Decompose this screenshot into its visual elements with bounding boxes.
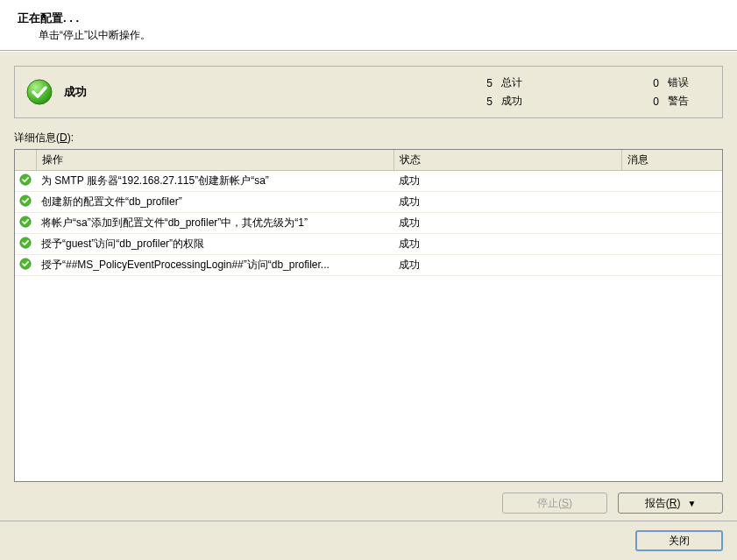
total-count: 5 [478, 77, 493, 89]
success-count: 5 [478, 96, 493, 108]
button-row: 停止(S) 报告(R) ▼ [14, 493, 723, 514]
row-action: 授予“guest”访问“db_profiler”的权限 [36, 234, 393, 255]
content-area: 成功 5 总计 0 错误 5 成功 0 警告 详细信息(D): [0, 51, 737, 521]
row-action: 授予“##MS_PolicyEventProcessingLogin##”访问“… [36, 255, 393, 276]
warning-count: 0 [545, 96, 659, 108]
success-label: 成功 [501, 94, 536, 109]
col-message-header[interactable]: 消息 [621, 150, 722, 171]
error-count: 0 [545, 77, 659, 89]
page-subtitle: 单击“停止”以中断操作。 [39, 28, 719, 43]
table-row[interactable]: 将帐户“sa”添加到配置文件“db_profiler”中，其优先级为“1”成功 [15, 213, 722, 234]
row-status: 成功 [393, 234, 621, 255]
row-action: 创建新的配置文件“db_profiler” [36, 192, 393, 213]
table-row[interactable]: 授予“##MS_PolicyEventProcessingLogin##”访问“… [15, 255, 722, 276]
row-action: 为 SMTP 服务器“192.168.27.115”创建新帐户“sa” [36, 171, 393, 192]
row-status: 成功 [393, 192, 621, 213]
error-label: 错误 [668, 75, 703, 90]
close-button[interactable]: 关闭 [635, 530, 723, 551]
row-status-icon [15, 192, 36, 213]
row-status: 成功 [393, 213, 621, 234]
col-status-header[interactable]: 状态 [393, 150, 621, 171]
status-label: 成功 [64, 84, 87, 100]
stop-button: 停止(S) [502, 493, 607, 514]
details-label: 详细信息(D): [14, 131, 723, 145]
row-status-icon [15, 255, 36, 276]
status-panel: 成功 5 总计 0 错误 5 成功 0 警告 [14, 66, 723, 118]
dropdown-arrow-icon: ▼ [687, 499, 696, 508]
row-message [621, 234, 722, 255]
table-row[interactable]: 授予“guest”访问“db_profiler”的权限成功 [15, 234, 722, 255]
row-status: 成功 [393, 171, 621, 192]
col-icon-header[interactable] [15, 150, 36, 171]
row-message [621, 192, 722, 213]
page-title: 正在配置. . . [18, 11, 719, 26]
row-message [621, 213, 722, 234]
success-icon [25, 78, 53, 106]
table-row[interactable]: 为 SMTP 服务器“192.168.27.115”创建新帐户“sa”成功 [15, 171, 722, 192]
row-status-icon [15, 171, 36, 192]
report-button[interactable]: 报告(R) ▼ [618, 493, 723, 514]
row-status-icon [15, 234, 36, 255]
col-action-header[interactable]: 操作 [36, 150, 393, 171]
details-table: 操作 状态 消息 为 SMTP 服务器“192.168.27.115”创建新帐户… [14, 149, 723, 482]
row-action: 将帐户“sa”添加到配置文件“db_profiler”中，其优先级为“1” [36, 213, 393, 234]
row-status-icon [15, 213, 36, 234]
row-message [621, 171, 722, 192]
svg-point-0 [27, 80, 52, 104]
row-status: 成功 [393, 255, 621, 276]
row-message [621, 255, 722, 276]
total-label: 总计 [501, 75, 536, 90]
stats-grid: 5 总计 0 错误 5 成功 0 警告 [478, 75, 703, 109]
header: 正在配置. . . 单击“停止”以中断操作。 [0, 0, 737, 51]
footer: 关闭 [0, 521, 737, 560]
table-row[interactable]: 创建新的配置文件“db_profiler”成功 [15, 192, 722, 213]
warning-label: 警告 [668, 94, 703, 109]
